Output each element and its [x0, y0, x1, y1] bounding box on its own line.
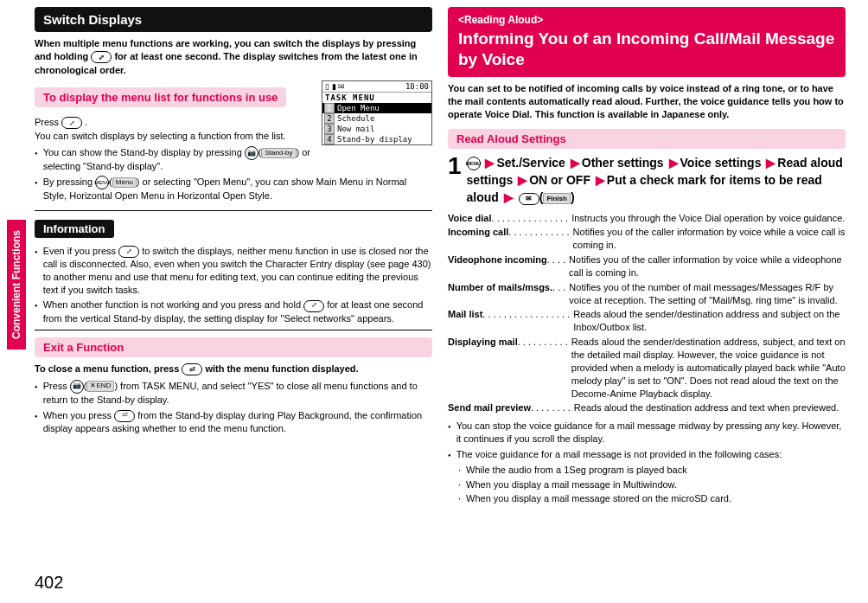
list-item: Number of mails/msgs. . . .Notifies you …	[448, 281, 846, 307]
pretitle: <Reading Aloud>	[458, 14, 835, 27]
note-bullet-1: You can stop the voice guidance for a ma…	[448, 420, 846, 446]
arrow-icon: ▶	[766, 156, 775, 170]
note-bullet-2: The voice guidance for a mail message is…	[448, 448, 846, 461]
arrow-icon: ▶	[518, 173, 527, 187]
camera-key-icon: 📷	[245, 146, 258, 160]
right-column: <Reading Aloud> Informing You of an Inco…	[448, 7, 846, 507]
arrow-icon: ▶	[504, 190, 514, 204]
list-item: Send mail preview. . . . . . . .Reads al…	[448, 401, 846, 414]
side-tab: Convenient Functions	[7, 220, 26, 350]
heading-switch-displays: Switch Displays	[35, 7, 432, 32]
task-item-3: 3New mail	[322, 124, 431, 134]
clock: 10:00	[405, 82, 429, 91]
softkey-menu: Menu	[112, 177, 137, 189]
step-1: 1 MENU ▶Set./Service ▶Other settings ▶Vo…	[448, 154, 846, 207]
softkey-end: ✕END	[86, 381, 114, 392]
list-item: Incoming call . . . . . . . . . . . .Not…	[448, 226, 846, 252]
exit-bullet-2: When you press ⏎ from the Stand-by displ…	[35, 409, 432, 435]
list-item: Mail list . . . . . . . . . . . . . . . …	[448, 308, 846, 334]
page-number: 402	[35, 573, 63, 593]
arrow-icon: ▶	[596, 173, 605, 187]
list-item: Voice dial . . . . . . . . . . . . . . .…	[448, 212, 846, 225]
end-key-icon: ⏎	[114, 410, 135, 422]
press-b: .	[85, 117, 87, 127]
status-icons: ▯ ▮ ✉	[325, 82, 345, 91]
task-item-2: 2Schedule	[322, 113, 431, 124]
multitask-key-icon: ⤢	[303, 300, 324, 312]
left-column: Switch Displays When multiple menu funct…	[35, 7, 432, 507]
softkey-finish: Finish	[543, 193, 571, 205]
task-menu-title: TASK MENU	[322, 93, 431, 103]
right-intro: You can set to be notified of incoming c…	[448, 82, 846, 122]
press-a: Press	[35, 117, 61, 127]
multitask-key-icon: ⤢	[61, 117, 82, 129]
menu-key-icon: MENU	[467, 157, 481, 170]
exit-bullet-1: Press 📷(✕END) from TASK MENU, and select…	[35, 380, 432, 407]
arrow-icon: ▶	[669, 156, 679, 170]
bullet-openmenu: By pressing MENU(Menu) or selecting "Ope…	[35, 176, 432, 202]
task-menu-screenshot: ▯ ▮ ✉ 10:00 TASK MENU 1Open Menu 2Schedu…	[322, 80, 432, 145]
menu-key-icon: MENU	[95, 176, 109, 189]
case-2: When you display a mail message in Multi…	[458, 478, 846, 491]
camera-key-icon: 📷	[70, 380, 84, 394]
subhead-display-menu-list: To display the menu list for functions i…	[35, 87, 286, 107]
settings-list: Voice dial . . . . . . . . . . . . . . .…	[448, 212, 846, 415]
end-key-icon: ⏎	[182, 363, 202, 375]
subhead-exit-function: Exit a Function	[35, 337, 432, 357]
task-item-4: 4Stand-by display	[322, 134, 431, 144]
multitask-key-icon: ⤢	[91, 51, 112, 63]
bullet-standby: You can show the Stand-by display by pre…	[35, 146, 315, 173]
task-item-1: 1Open Menu	[322, 103, 431, 113]
info-bullet-2: When another function is not working and…	[35, 298, 432, 324]
list-item: Displaying mail . . . . . . . . . .Reads…	[448, 336, 846, 400]
exit-line: To close a menu function, press ⏎ with t…	[35, 362, 432, 375]
list-item: Videophone incoming . . . .Notifies you …	[448, 253, 846, 279]
softkey-standby: Stand-by	[261, 148, 296, 159]
information-label: Information	[35, 220, 114, 238]
press-line2: You can switch displays by selecting a f…	[35, 131, 286, 141]
arrow-icon: ▶	[571, 156, 580, 170]
subhead-read-aloud-settings: Read Aloud Settings	[448, 129, 846, 149]
heading-title: Informing You of an Incoming Call/Mail M…	[458, 29, 834, 68]
step-number: 1	[448, 154, 462, 178]
info-bullet-1: Even if you press ⤢ to switch the displa…	[35, 245, 432, 297]
mail-key-icon: ✉	[519, 193, 539, 205]
case-3: When you display a mail message stored o…	[458, 492, 846, 505]
multitask-key-icon: ⤢	[118, 246, 139, 258]
heading-reading-aloud: <Reading Aloud> Informing You of an Inco…	[448, 7, 846, 77]
case-1: While the audio from a 1Seg program is p…	[458, 464, 846, 477]
intro-paragraph: When multiple menu functions are working…	[35, 37, 432, 77]
arrow-icon: ▶	[485, 156, 495, 170]
